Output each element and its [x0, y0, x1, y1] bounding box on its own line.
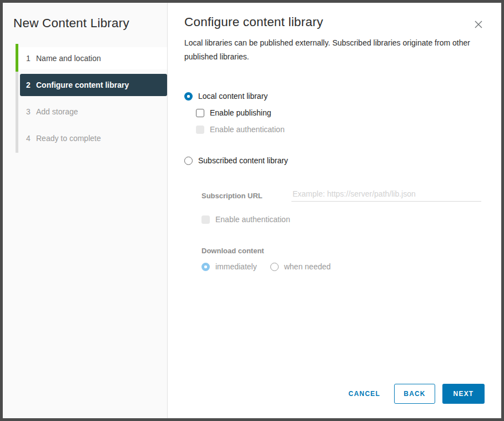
local-content-library-radio[interactable]: Local content library: [184, 92, 485, 101]
step-label: Name and location: [36, 54, 101, 63]
step-label: Configure content library: [36, 81, 129, 89]
checkbox-label: Enable authentication: [210, 125, 285, 134]
panel-description: Local libraries can be published externa…: [184, 36, 485, 64]
radio-label: Local content library: [198, 92, 268, 101]
enable-authentication-local-checkbox: Enable authentication: [196, 125, 485, 134]
configure-form: Local content library Enable publishing …: [184, 92, 485, 271]
step-configure-content-library[interactable]: 2 Configure content library: [20, 74, 167, 96]
download-content-label: Download content: [201, 247, 485, 255]
wizard-footer: CANCEL BACK NEXT: [184, 384, 485, 404]
back-button[interactable]: BACK: [394, 384, 435, 404]
step-number: 2: [24, 81, 32, 89]
checkbox-label: Enable authentication: [215, 215, 290, 224]
wizard-steps: 1 Name and location 2 Configure content …: [16, 47, 167, 149]
enable-publishing-checkbox[interactable]: Enable publishing: [196, 108, 485, 117]
radio-label: Subscribed content library: [198, 156, 288, 165]
checkbox-disabled-icon: [196, 126, 204, 134]
new-content-library-dialog: New Content Library 1 Name and location …: [0, 0, 504, 421]
step-number: 1: [24, 54, 32, 63]
subscription-url-input: [291, 189, 481, 202]
radio-label: when needed: [284, 262, 331, 271]
enable-authentication-subscribed-checkbox: Enable authentication: [201, 215, 485, 224]
page-title: Configure content library: [184, 15, 323, 29]
step-ready-to-complete: 4 Ready to complete: [18, 127, 167, 149]
radio-unselected-icon: [184, 157, 193, 165]
next-button[interactable]: NEXT: [442, 384, 485, 404]
step-number: 3: [24, 107, 32, 116]
step-number: 4: [24, 134, 32, 143]
checkbox-unchecked-icon: [196, 109, 204, 117]
subscription-url-label: Subscription URL: [201, 192, 291, 200]
checkbox-label: Enable publishing: [210, 108, 271, 117]
radio-label: immediately: [215, 262, 257, 271]
download-when-needed-radio: when needed: [270, 262, 331, 271]
step-label: Add storage: [36, 107, 78, 116]
step-add-storage: 3 Add storage: [18, 101, 167, 123]
step-progress-indicator: [16, 44, 18, 72]
download-content-options: immediately when needed: [201, 262, 485, 271]
radio-disabled-unselected-icon: [270, 263, 279, 271]
wizard-title: New Content Library: [13, 16, 167, 31]
radio-selected-icon: [184, 92, 193, 101]
checkbox-disabled-icon: [201, 215, 210, 224]
subscription-url-field-row: Subscription URL: [201, 189, 485, 202]
step-name-and-location[interactable]: 1 Name and location: [18, 47, 167, 69]
subscribed-content-library-radio[interactable]: Subscribed content library: [184, 156, 485, 165]
panel-header: Configure content library: [184, 15, 485, 29]
wizard-sidebar: New Content Library 1 Name and location …: [3, 3, 168, 418]
radio-disabled-selected-icon: [201, 263, 210, 271]
step-label: Ready to complete: [36, 134, 101, 143]
cancel-button[interactable]: CANCEL: [346, 384, 382, 404]
close-icon[interactable]: [473, 19, 483, 29]
download-immediately-radio: immediately: [201, 262, 257, 271]
wizard-main-panel: Configure content library Local librarie…: [168, 3, 501, 418]
